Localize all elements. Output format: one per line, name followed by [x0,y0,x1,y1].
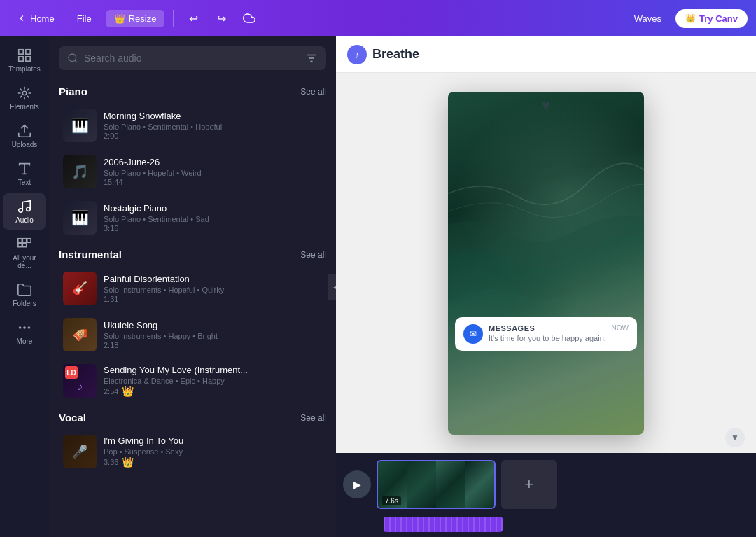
audio-title: Nostalgic Piano [104,203,322,214]
notification-content: MESSAGES NOW It's time for you to be hap… [489,324,629,342]
video-frame [407,461,437,508]
audio-thumbnail: 🎵 [63,155,97,188]
play-button[interactable]: ▶ [343,470,371,498]
list-item[interactable]: 🎵 2006-June-26 Solo Piano • Hopeful • We… [59,149,326,194]
audio-info: Sending You My Love (Instrument... Elect… [104,365,322,397]
piano-section-header: Piano See all [59,85,326,97]
instrumental-see-all[interactable]: See all [300,250,326,260]
undo-button[interactable]: ↩ [182,7,204,29]
filter-icon[interactable] [305,52,318,64]
add-clip-button[interactable]: + [501,460,557,509]
search-input[interactable] [84,53,300,64]
svg-point-4 [22,91,27,95]
audio-info: Morning Snowflake Solo Piano • Sentiment… [104,111,322,140]
audio-track-bar[interactable] [384,517,503,532]
audio-list: Piano See all 🎹 Morning Snowflake Solo P… [49,77,336,537]
canvas-content: ♥ ✉ MESSAGES NOW It's time for you to be… [336,73,756,453]
list-item[interactable]: LD ♪ Sending You My Love (Instrument... … [59,358,326,403]
audio-duration: 15:44 [104,178,322,186]
canvas-expand-button[interactable]: ▼ [725,428,745,447]
svg-point-16 [23,326,26,329]
svg-rect-10 [18,239,22,243]
audio-title: Sending You My Love (Instrument... [104,365,322,375]
redo-button[interactable]: ↪ [210,7,232,29]
canvas-area: ♪ Breathe ♥ [336,36,756,537]
list-item[interactable]: 🪗 Ukulele Song Solo Instruments • Happy … [59,312,326,357]
video-timestamp: 7.6s [382,496,401,505]
audio-meta: Solo Piano • Hopeful • Weird [104,169,322,177]
timeline-area: ▶ 7.6s + [336,453,756,537]
sidebar-item-elements[interactable]: Elements [3,80,46,116]
audio-duration: 1:31 [104,295,322,303]
list-item[interactable]: 🎹 Morning Snowflake Solo Piano • Sentime… [59,103,326,148]
cloud-save-button[interactable] [238,7,260,29]
panel-collapse-button[interactable]: ◀ [328,274,336,300]
timeline-row: ▶ 7.6s + [336,453,756,516]
audio-meta: Solo Instruments • Happy • Bright [104,332,322,340]
premium-badge: 👑 [122,456,134,468]
audio-duration: 2:18 [104,341,322,349]
audio-title: Ukulele Song [104,320,322,330]
notification-icon: ✉ [463,324,483,344]
phone-background: ♥ ✉ MESSAGES NOW It's time for you to be… [448,92,644,435]
video-track: 7.6s [377,460,496,509]
canvas-title: Breathe [372,47,419,62]
search-icon [67,53,78,64]
sidebar-item-all-designs[interactable]: All your de... [3,231,46,275]
vocal-see-all[interactable]: See all [300,413,326,423]
home-button[interactable]: Home [8,10,63,27]
notification-text: It's time for you to be happy again. [489,334,629,342]
topbar: Home File 👑 Resize ↩ ↪ Waves 👑 Try Canv [0,0,756,36]
audio-title: I'm Giving In To You [104,435,322,446]
list-item[interactable]: 🎸 Painful Disorientation Solo Instrument… [59,266,326,311]
resize-button[interactable]: 👑 Resize [106,10,165,27]
video-frame [465,461,495,508]
audio-thumbnail: 🪗 [63,318,97,351]
main-area: Templates Elements Uploads Text Audio Al… [0,36,756,537]
file-button[interactable]: File [69,10,100,27]
svg-point-9 [27,207,31,211]
audio-duration: 2:00 [104,132,322,140]
search-input-wrap [59,46,326,70]
sidebar-item-uploads[interactable]: Uploads [3,118,46,154]
try-canva-button[interactable]: 👑 Try Canv [676,9,748,28]
sidebar-item-folders[interactable]: Folders [3,277,46,313]
audio-track-row [336,516,756,537]
list-item[interactable]: 🎤 I'm Giving In To You Pop • Suspense • … [59,429,326,474]
audio-title: Morning Snowflake [104,111,322,121]
instrumental-section-header: Instrumental See all [59,249,326,260]
audio-thumbnail: 🎹 [63,109,97,142]
audio-meta: Electronica & Dance • Epic • Happy [104,377,322,385]
audio-duration: 3:36 [104,458,118,466]
audio-meta: Pop • Suspense • Sexy [104,447,322,456]
phone-mockup: ♥ ✉ MESSAGES NOW It's time for you to be… [448,92,644,435]
sidebar-item-audio[interactable]: Audio [3,193,46,230]
sidebar-item-templates[interactable]: Templates [3,42,46,78]
svg-rect-1 [26,50,30,54]
svg-rect-2 [19,57,23,61]
waves-label: Waves [634,13,662,24]
sidebar-item-text[interactable]: Text [3,155,46,192]
audio-title: 2006-June-26 [104,157,322,167]
audio-meta: Solo Piano • Sentimental • Hopeful [104,123,322,131]
svg-point-17 [28,326,31,329]
audio-info: Ukulele Song Solo Instruments • Happy • … [104,320,322,349]
notification-card: ✉ MESSAGES NOW It's time for you to be h… [455,317,637,351]
audio-thumbnail: 🎸 [63,272,97,305]
audio-meta: Solo Instruments • Hopeful • Quirky [104,286,322,294]
topbar-divider [173,10,174,27]
audio-meta: Solo Piano • Sentimental • Sad [104,215,322,223]
svg-rect-14 [22,243,27,247]
svg-line-19 [75,60,77,62]
sidebar-item-more[interactable]: More [3,314,46,351]
instrumental-section-title: Instrumental [59,249,122,260]
svg-rect-11 [22,239,27,243]
list-item[interactable]: 🎹 Nostalgic Piano Solo Piano • Sentiment… [59,195,326,240]
audio-info: Painful Disorientation Solo Instruments … [104,274,322,303]
video-frame [436,461,465,508]
sidebar-icons: Templates Elements Uploads Text Audio Al… [0,36,49,537]
notification-time: NOW [612,324,629,332]
canvas-header: ♪ Breathe [336,36,756,73]
audio-info: Nostalgic Piano Solo Piano • Sentimental… [104,203,322,232]
piano-see-all[interactable]: See all [300,87,326,97]
